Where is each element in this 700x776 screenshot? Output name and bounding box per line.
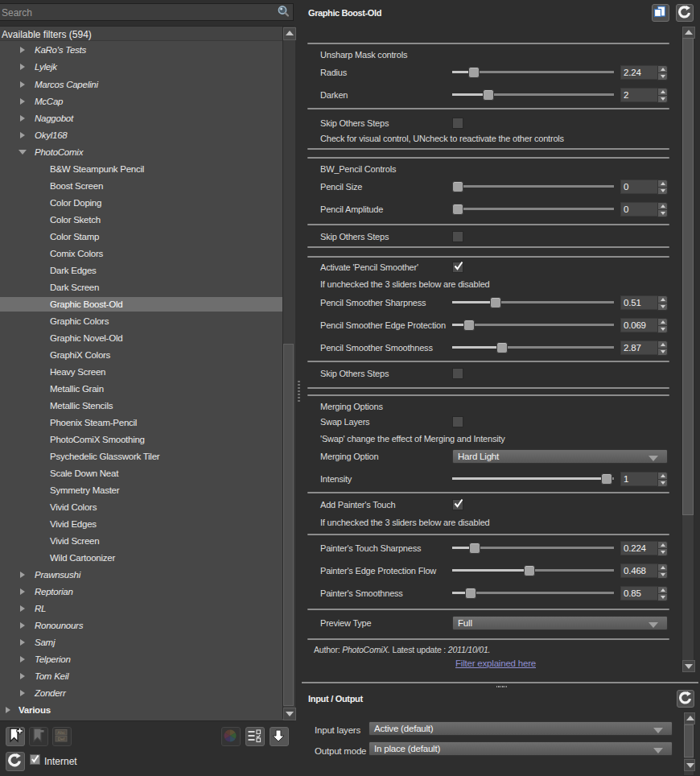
svg-text:Def: Def <box>58 737 65 741</box>
svg-text:Abc: Abc <box>57 730 65 735</box>
